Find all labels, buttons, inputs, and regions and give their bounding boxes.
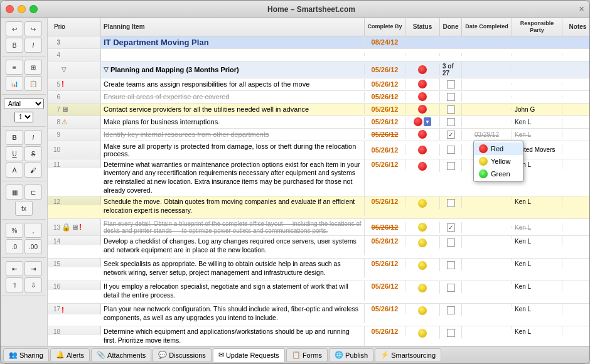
tab-sharing[interactable]: 👥 Sharing xyxy=(3,348,49,362)
lock-icon: 🔒 xyxy=(62,223,71,232)
bold-button[interactable]: B xyxy=(6,38,23,53)
window-title: Home – Smartsheet.com xyxy=(44,5,579,14)
table-row: 14 Develop a checklist of changes. Log a… xyxy=(48,236,589,259)
priority-icon: ! xyxy=(62,80,64,88)
done-checkbox[interactable] xyxy=(447,306,455,314)
done-checkbox[interactable] xyxy=(447,118,455,126)
done-checkbox[interactable] xyxy=(447,105,455,114)
view-btn2[interactable]: ⊞ xyxy=(24,60,42,75)
col-status-header: Status xyxy=(405,18,440,36)
italic-button[interactable]: I xyxy=(24,38,42,53)
group-collapse-icon[interactable]: ▽ xyxy=(104,66,109,73)
status-dot xyxy=(418,105,427,114)
done-checkbox[interactable] xyxy=(447,199,455,207)
underline-btn[interactable]: U xyxy=(6,146,23,161)
green-dot xyxy=(479,169,488,178)
cell-main-complete: 08/24/12 xyxy=(365,37,405,47)
window-controls[interactable] xyxy=(6,5,38,13)
close-tab-button[interactable]: ✕ xyxy=(579,5,584,13)
row-num-3: 3 xyxy=(48,36,101,48)
view-btn1[interactable]: ≡ xyxy=(6,60,23,75)
italic-text-btn[interactable]: I xyxy=(24,130,42,145)
percent-btn[interactable]: % xyxy=(6,223,23,238)
col-planning-header: Planning Item xyxy=(101,18,365,36)
warning-icon: ⚠ xyxy=(62,118,68,126)
done-checkbox[interactable] xyxy=(447,93,455,101)
status-dropdown-popup[interactable]: Red Yellow Green xyxy=(473,141,523,182)
discussions-icon: 💬 xyxy=(158,351,167,359)
column-header-row: Prio Planning Item Complete By Status Do… xyxy=(48,18,589,36)
indent-less-btn[interactable]: ⇤ xyxy=(6,261,23,276)
header-section-row: 3 IT Department Moving Plan 08/24/12 xyxy=(48,36,589,49)
undo-button[interactable]: ↩ xyxy=(6,21,23,36)
attachments-icon: 📎 xyxy=(97,351,105,359)
bg-color-btn[interactable]: 🖌 xyxy=(24,163,42,178)
close-button[interactable] xyxy=(6,5,14,13)
status-dot xyxy=(418,92,427,101)
status-dot xyxy=(414,117,422,126)
status-dot xyxy=(418,284,427,292)
done-checkbox[interactable] xyxy=(447,329,455,337)
cell-title: IT Department Moving Plan xyxy=(101,36,365,48)
table-row: 16 If you employ a relocation specialist… xyxy=(48,281,589,304)
done-checkbox[interactable] xyxy=(447,80,455,88)
border-btn[interactable]: ▦ xyxy=(6,185,23,200)
view-btn3[interactable]: 📊 xyxy=(6,76,23,91)
tab-publish[interactable]: 🌐 Publish xyxy=(329,348,373,362)
done-checkbox[interactable] xyxy=(447,162,455,170)
inc-btn[interactable]: .00 xyxy=(24,239,42,254)
col-notes-header: Notes xyxy=(562,18,589,36)
status-dot xyxy=(418,199,427,208)
dec-btn[interactable]: .0 xyxy=(6,239,23,254)
col-responsible-header: Responsible Party xyxy=(512,18,562,36)
spreadsheet-area: Prio Planning Item Complete By Status Do… xyxy=(48,18,589,346)
view-btn4[interactable]: 📋 xyxy=(24,76,42,91)
tab-update-requests[interactable]: ✉ Update Requests xyxy=(213,348,285,362)
status-dot xyxy=(418,223,427,232)
tab-smartsourcing[interactable]: ⚡ Smartsourcing xyxy=(375,348,441,362)
bottom-tab-bar: 👥 Sharing 🔔 Alerts 📎 Attachments 💬 Discu… xyxy=(1,346,589,363)
comma-btn[interactable]: , xyxy=(24,223,42,238)
done-checkbox[interactable] xyxy=(447,146,455,154)
indent-more-btn[interactable]: ⇥ xyxy=(24,261,42,276)
color-btn[interactable]: A xyxy=(6,163,23,178)
col-date-header: Date Completed xyxy=(462,18,512,36)
strike-btn[interactable]: S xyxy=(24,146,42,161)
status-dot xyxy=(418,80,427,88)
group-status-dot xyxy=(418,65,427,74)
font-size-selector[interactable]: 1089101112141618 xyxy=(14,112,33,122)
alerts-icon: 🔔 xyxy=(56,351,65,359)
expand-collapse-icon[interactable]: ▽ xyxy=(62,66,67,73)
status-dot xyxy=(418,261,427,270)
move-up-btn[interactable]: ⇧ xyxy=(6,277,23,292)
dropdown-item-green[interactable]: Green xyxy=(474,168,523,180)
table-row: 7 🖥 Contact service providers for all th… xyxy=(48,104,589,116)
maximize-button[interactable] xyxy=(30,5,38,13)
done-checkbox[interactable] xyxy=(447,223,455,232)
done-checkbox[interactable] xyxy=(447,284,455,292)
table-row: 15 Seek specialists as appropriate. Be w… xyxy=(48,259,589,281)
merge-btn[interactable]: ⊏ xyxy=(24,185,42,200)
rows-area[interactable]: 3 IT Department Moving Plan 08/24/12 xyxy=(48,36,589,346)
bold-text-btn[interactable]: B xyxy=(6,130,23,145)
row-num-header: Prio xyxy=(48,18,101,36)
move-down-btn[interactable]: ⇩ xyxy=(24,277,42,292)
blank-row-4: 4 xyxy=(48,49,589,62)
done-checkbox[interactable] xyxy=(447,238,455,247)
font-selector[interactable]: ArialArialHelveticaTimes New RomanCourie… xyxy=(4,99,44,109)
tab-forms[interactable]: 📋 Forms xyxy=(286,348,328,362)
tab-discussions[interactable]: 💬 Discussions xyxy=(153,348,212,362)
tab-attachments[interactable]: 📎 Attachments xyxy=(91,348,151,362)
minimize-button[interactable] xyxy=(18,5,26,13)
done-checkbox[interactable] xyxy=(447,261,455,269)
status-dropdown-arrow[interactable]: ▼ xyxy=(424,117,431,126)
col-headers: Planning Item Complete By Status Done Da… xyxy=(101,18,589,36)
formula-btn[interactable]: fx xyxy=(15,201,33,216)
dropdown-item-yellow[interactable]: Yellow xyxy=(474,155,523,168)
status-dot xyxy=(418,306,427,315)
tab-alerts[interactable]: 🔔 Alerts xyxy=(50,348,90,362)
col-done-header: Done xyxy=(440,18,462,36)
done-checkbox[interactable] xyxy=(447,131,455,139)
dropdown-item-red[interactable]: Red xyxy=(474,142,523,155)
redo-button[interactable]: ↪ xyxy=(24,21,42,36)
